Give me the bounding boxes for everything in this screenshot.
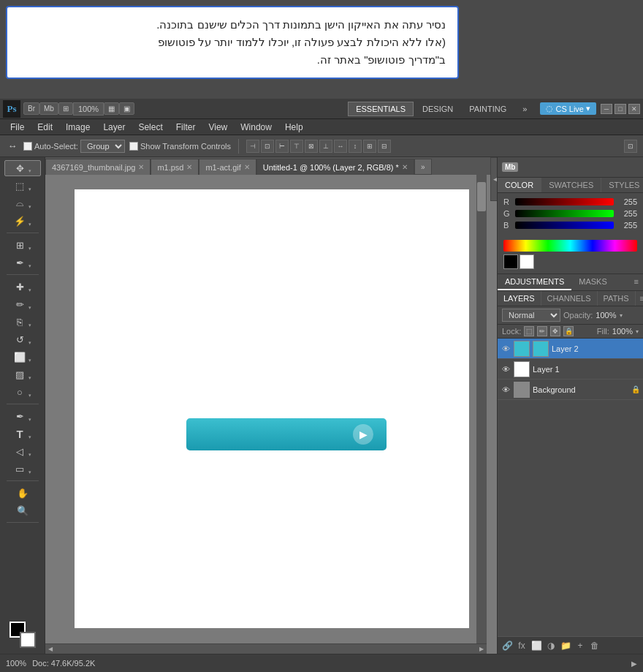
color-tab[interactable]: COLOR [498,178,541,192]
lock-paint-icon[interactable]: ✏ [537,326,547,336]
tab-m1psd-close[interactable]: ✕ [186,163,192,171]
eyedropper-tool[interactable]: ✒ ▾ [4,254,41,271]
gradient-tool[interactable]: ▨ ▾ [4,366,41,382]
bridge-button[interactable]: Br [23,102,39,115]
canvas-scrollbar-vertical[interactable] [476,175,487,643]
align-right-icon[interactable]: ⊢ [275,140,289,153]
align-top-icon[interactable]: ⊤ [290,140,303,153]
color-fg-preview[interactable] [503,254,518,269]
align-left-icon[interactable]: ⊣ [246,140,259,153]
layers-tab-channels[interactable]: CHANNELS [541,291,598,306]
layer-item-layer1[interactable]: 👁 Layer 1 [498,359,643,380]
tab-untitled1[interactable]: Untitled-1 @ 100% (Layer 2, RGB/8) * ✕ [256,159,414,175]
menu-image[interactable]: Image [60,121,96,134]
canvas-scrollbar-horizontal[interactable]: ◀ ▶ [45,643,487,654]
distribute-v-icon[interactable]: ↕ [349,140,362,153]
distribute-h-icon[interactable]: ↔ [334,140,347,153]
transform-icon[interactable]: ⊡ [624,140,637,153]
layers-tab-layers[interactable]: LAYERS [498,291,541,306]
background-eye-icon[interactable]: 👁 [501,385,511,395]
add-mask-icon[interactable]: ⬜ [530,639,543,652]
menu-filter[interactable]: Filter [170,121,202,134]
layer1-eye-icon[interactable]: 👁 [501,364,511,374]
adjustments-tab[interactable]: ADJUSTMENTS [498,274,571,290]
menu-edit[interactable]: Edit [31,121,58,134]
lock-all-icon[interactable]: 🔒 [563,326,574,336]
show-transform-checkbox[interactable] [129,142,138,151]
g-slider[interactable] [515,210,614,217]
r-slider[interactable] [515,198,614,205]
link-layers-icon[interactable]: 🔗 [501,639,514,652]
zoom-display[interactable]: 100% [73,102,104,116]
tabs-overflow-button[interactable]: » [414,159,432,175]
tab-thumbnail[interactable]: 4367169_thumbnail.jpg ✕ [45,159,151,175]
maximize-button[interactable]: □ [615,104,626,114]
opacity-arrow[interactable]: ▾ [620,312,623,319]
align-center-v-icon[interactable]: ⊠ [305,140,318,153]
move-tool[interactable]: ✥ ▾ [4,160,41,176]
blend-mode-select[interactable]: Normal Multiply Screen [502,309,560,322]
lock-position-icon[interactable]: ✥ [550,326,560,336]
swatches-tab[interactable]: SWATCHES [541,178,601,192]
lasso-tool[interactable]: ⌓ ▾ [4,195,41,211]
brush-tool[interactable]: ✏ ▾ [4,296,41,312]
arrange-button[interactable]: ⊞ [58,102,73,115]
tab-m1act[interactable]: m1-act.gif ✕ [199,159,256,175]
mb-button[interactable]: Mb [39,102,58,115]
eraser-tool[interactable]: ⬜ ▾ [4,349,41,365]
tab-painting[interactable]: PAINTING [462,102,514,116]
menu-select[interactable]: Select [132,121,168,134]
tab-essentials[interactable]: ESSENTIALS [348,102,414,116]
auto-select-dropdown[interactable]: Group Layer [80,140,125,153]
menu-file[interactable]: File [4,121,30,134]
tab-design[interactable]: DESIGN [415,102,460,116]
delete-layer-icon[interactable]: 🗑 [588,639,601,652]
canvas-scroll-thumb-v[interactable] [477,182,486,211]
styles-tab[interactable]: STYLES [601,178,643,192]
lock-pixels-icon[interactable]: ⬚ [524,326,534,336]
screen-button[interactable]: ▣ [119,102,134,115]
distribute-icon-2[interactable]: ⊞ [363,140,376,153]
shape-tool[interactable]: ▭ ▾ [4,461,41,477]
layer-item-background[interactable]: 👁 Background 🔒 [498,380,643,400]
zoom-tool[interactable]: 🔍 [4,502,41,518]
crop-tool[interactable]: ⊞ ▾ [4,237,41,253]
distribute-icon-3[interactable]: ⊟ [378,140,391,153]
marquee-tool[interactable]: ⬚ ▾ [4,178,41,194]
tab-thumbnail-close[interactable]: ✕ [138,163,144,171]
close-button[interactable]: ✕ [628,104,640,114]
layers-panel-menu[interactable]: ≡ [636,291,643,306]
healing-tool[interactable]: ✚ ▾ [4,279,41,295]
layer-item-layer2[interactable]: 👁 Layer 2 [498,339,643,359]
layers-tab-paths[interactable]: PATHS [598,291,636,306]
new-group-icon[interactable]: 📁 [559,639,572,652]
tab-m1act-close[interactable]: ✕ [244,163,250,171]
clone-tool[interactable]: ⎘ ▾ [4,314,41,330]
menu-view[interactable]: View [202,121,233,134]
menu-layer[interactable]: Layer [97,121,131,134]
view-button[interactable]: ▦ [104,102,119,115]
tab-overflow[interactable]: » [515,102,534,116]
status-arrow-icon[interactable]: ▶ [631,660,637,668]
new-layer-icon[interactable]: + [574,639,587,652]
background-color[interactable] [20,632,36,648]
minimize-button[interactable]: ─ [601,104,612,114]
color-bg-preview[interactable] [520,254,534,269]
dodge-tool[interactable]: ○ ▾ [4,384,41,400]
add-style-icon[interactable]: fx [515,639,528,652]
cs-live-button[interactable]: ◌ CS Live ▾ [540,102,596,115]
align-center-h-icon[interactable]: ⊡ [261,140,274,153]
tab-untitled1-close[interactable]: ✕ [402,163,408,171]
masks-tab[interactable]: MASKS [571,274,615,290]
adjustments-panel-menu[interactable]: ≡ [630,274,643,290]
auto-select-checkbox[interactable] [23,142,32,151]
scroll-right-arrow[interactable]: ▶ [476,644,487,654]
color-spectrum[interactable] [503,240,637,252]
menu-help[interactable]: Help [279,121,309,134]
history-brush-tool[interactable]: ↺ ▾ [4,331,41,347]
scroll-left-arrow[interactable]: ◀ [45,644,56,654]
color-swatches[interactable] [9,622,36,648]
type-tool[interactable]: T ▾ [4,426,41,442]
tab-m1psd[interactable]: m1.psd ✕ [151,159,199,175]
hand-tool[interactable]: ✋ [4,485,41,501]
